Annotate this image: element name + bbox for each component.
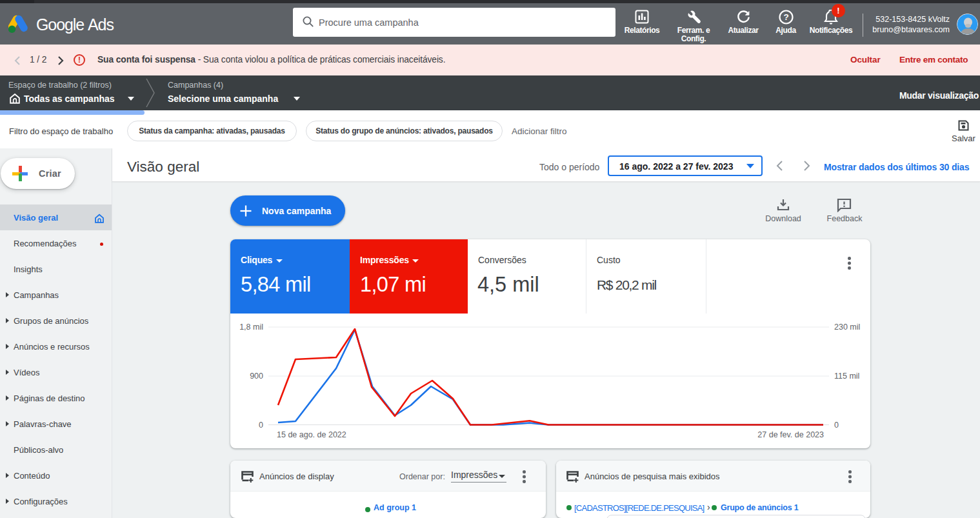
svg-text:?: ? (783, 12, 788, 22)
